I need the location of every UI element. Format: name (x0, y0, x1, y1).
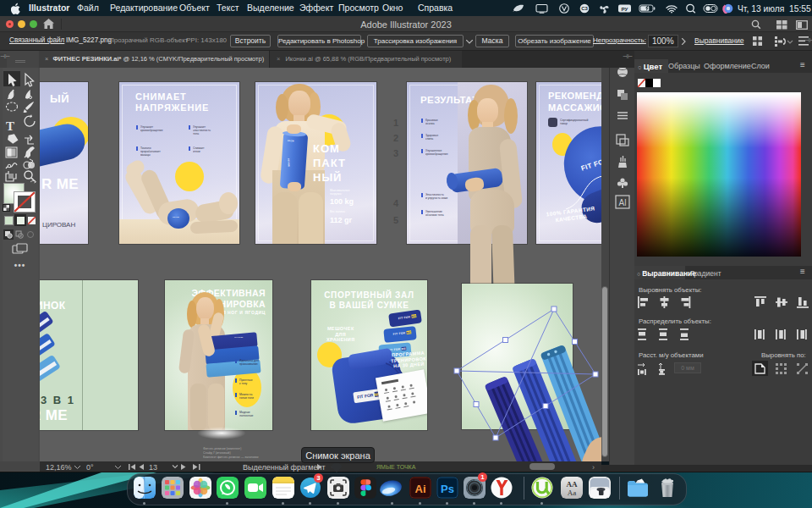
svg-text:Ai: Ai (415, 483, 426, 495)
svg-text:Al: Al (619, 198, 627, 207)
svg-text:АА: АА (567, 480, 578, 489)
svg-text:РУ: РУ (622, 6, 628, 12)
svg-text:T: T (6, 119, 14, 133)
svg-text:C3: C3 (581, 6, 588, 11)
svg-text:Ps: Ps (441, 483, 454, 495)
svg-text:Аа: Аа (568, 489, 576, 497)
